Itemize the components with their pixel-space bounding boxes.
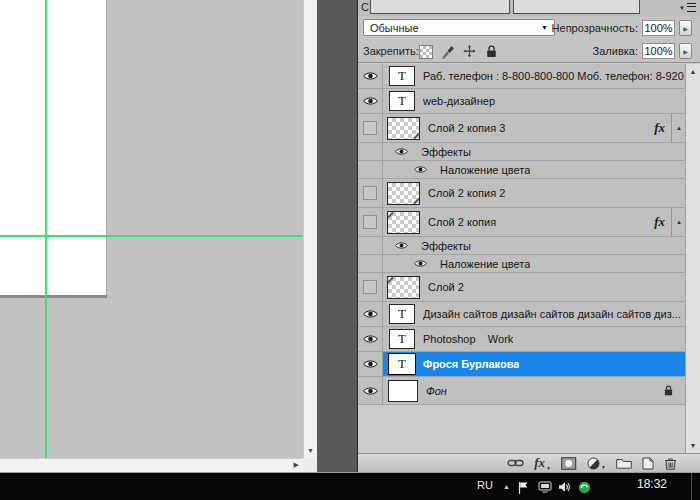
collapse-effects-button[interactable]: ▲ — [672, 114, 686, 142]
visibility-toggle[interactable] — [358, 114, 383, 142]
scroll-up-icon[interactable]: ▲ — [686, 68, 700, 75]
layer-row-5[interactable]: Слой 2 копия 2 — [358, 179, 686, 208]
lock-icon — [664, 385, 673, 396]
eye-icon — [363, 96, 378, 106]
eye-icon — [363, 71, 378, 81]
visibility-toggle[interactable] — [358, 208, 383, 236]
scroll-down-icon[interactable]: ▼ — [307, 447, 314, 454]
visibility-toggle[interactable] — [358, 89, 383, 113]
link-layers-button[interactable] — [507, 458, 524, 468]
lock-pixels-button[interactable] — [440, 44, 455, 59]
visibility-toggle[interactable] — [358, 273, 383, 301]
scroll-down-icon[interactable]: ▼ — [686, 442, 700, 449]
language-indicator[interactable]: RU — [477, 479, 493, 491]
layer-row-6[interactable]: Слой 2 копияfx▲ — [358, 208, 686, 237]
panel-scrollbar[interactable]: ▲ ▼ — [685, 64, 700, 453]
effect-visibility-toggle[interactable] — [414, 165, 427, 174]
lock-all-button[interactable] — [484, 44, 499, 59]
visibility-toggle[interactable] — [358, 377, 383, 404]
layer-row-2[interactable]: Слой 2 копия 3fx▲ — [358, 114, 686, 143]
visibility-toggle[interactable] — [358, 302, 383, 326]
opacity-slider-button[interactable]: ▶ — [679, 20, 692, 36]
layer-row-12[interactable]: TФрося Бурлакова — [358, 352, 686, 377]
layer-row-4[interactable]: Наложение цвета — [358, 161, 686, 179]
layer-thumbnail — [387, 182, 420, 205]
text-layer-thumbnail: T — [389, 354, 415, 374]
layer-row-8[interactable]: Наложение цвета — [358, 255, 686, 273]
opacity-label: Непрозрачность: — [552, 22, 638, 34]
visibility-toggle[interactable] — [358, 143, 383, 160]
layer-row-3[interactable]: Эффекты — [358, 143, 686, 161]
flag-icon — [518, 481, 529, 495]
layer-row-7[interactable]: Эффекты — [358, 237, 686, 255]
visibility-toggle[interactable] — [358, 161, 383, 178]
layer-style-badge[interactable]: fx▲ — [654, 208, 686, 236]
visibility-toggle[interactable] — [358, 255, 383, 272]
layer-name: Дизайн сайтов дизайн сайтов дизайн сайто… — [423, 308, 681, 320]
add-layer-mask-button[interactable] — [561, 457, 577, 470]
layer-row-9[interactable]: Слой 2 — [358, 273, 686, 302]
text-layer-thumbnail: T — [389, 329, 415, 349]
blend-mode-select[interactable]: Обычные ▼ — [363, 19, 555, 36]
layer-style-badge[interactable]: fx▲ — [654, 114, 686, 142]
antivirus-tray-icon[interactable] — [578, 481, 591, 494]
layer-row-content: Tweb-дизайнер — [383, 89, 686, 113]
lock-label: Закрепить: — [363, 45, 419, 57]
visibility-toggle[interactable] — [358, 64, 383, 88]
lock-row: Закрепить: Заливка: 100% ▶ — [358, 40, 700, 63]
opacity-value: 100% — [644, 22, 672, 34]
lock-position-button[interactable] — [462, 44, 477, 59]
layer-row-1[interactable]: Tweb-дизайнер — [358, 89, 686, 114]
locked-badge — [664, 385, 673, 396]
workspace-background — [317, 0, 357, 472]
opacity-input[interactable]: 100% — [642, 20, 675, 36]
blend-mode-value: Обычные — [370, 22, 419, 34]
effect-visibility-toggle[interactable] — [414, 259, 427, 268]
clock[interactable]: 18:32 — [637, 477, 667, 491]
collapse-effects-button[interactable]: ▲ — [672, 208, 686, 236]
layer-row-10[interactable]: TДизайн сайтов дизайн сайтов дизайн сайт… — [358, 302, 686, 327]
visibility-toggle[interactable] — [358, 352, 383, 376]
layers-tab-label[interactable]: С — [361, 1, 369, 13]
layer-thumbnail — [387, 276, 420, 299]
paths-tab[interactable] — [513, 0, 640, 14]
layer-row-content: TPhotoshop Work — [383, 327, 686, 351]
add-layer-style-button[interactable]: fx▼ — [534, 455, 551, 471]
effect-visibility-toggle[interactable] — [395, 147, 408, 156]
new-layer-button[interactable] — [642, 457, 654, 470]
layer-row-content: Эффекты — [383, 237, 686, 254]
channels-tab[interactable] — [370, 0, 510, 14]
layer-row-11[interactable]: TPhotoshop Work — [358, 327, 686, 352]
scroll-right-icon[interactable]: ▶ — [294, 461, 299, 469]
effect-visibility-toggle[interactable] — [395, 241, 408, 250]
visibility-toggle[interactable] — [358, 237, 383, 254]
new-group-button[interactable] — [616, 457, 632, 469]
canvas-vertical-scrollbar[interactable]: ▼ — [303, 0, 317, 458]
action-center-tray-icon[interactable] — [518, 481, 529, 495]
layer-row-13[interactable]: Фон — [358, 377, 686, 405]
link-icon — [507, 458, 524, 468]
layer-row-content: Эффекты — [383, 143, 686, 160]
chevron-down-icon: ▼ — [679, 5, 685, 11]
delete-layer-button[interactable] — [664, 457, 677, 470]
slider-arrow-icon: ▶ — [683, 48, 688, 55]
layer-thumbnail — [388, 380, 418, 402]
new-adjustment-layer-button[interactable]: ▼ — [587, 457, 606, 470]
fill-slider-button[interactable]: ▶ — [679, 43, 692, 59]
eye-icon — [363, 359, 378, 369]
panel-menu-button[interactable]: ▼ — [679, 3, 696, 12]
show-desktop-separator[interactable] — [691, 473, 692, 500]
panel-bottom-bar: fx▼ ▼ — [358, 453, 700, 472]
visibility-empty-box — [363, 186, 377, 200]
visibility-toggle[interactable] — [358, 179, 383, 207]
fill-input[interactable]: 100% — [642, 43, 675, 59]
visibility-toggle[interactable] — [358, 327, 383, 351]
canvas-horizontal-scrollbar[interactable]: ▶ — [0, 458, 303, 473]
eye-icon — [363, 334, 378, 344]
lock-transparency-button[interactable] — [418, 44, 433, 59]
volume-tray-icon[interactable] — [558, 481, 572, 493]
network-tray-icon[interactable] — [538, 481, 552, 493]
layer-row-0[interactable]: TРаб. телефон : 8-800-800-800 Моб. телеф… — [358, 64, 686, 89]
document-page — [0, 0, 107, 295]
show-hidden-icons-button[interactable]: ▲ — [503, 483, 510, 490]
